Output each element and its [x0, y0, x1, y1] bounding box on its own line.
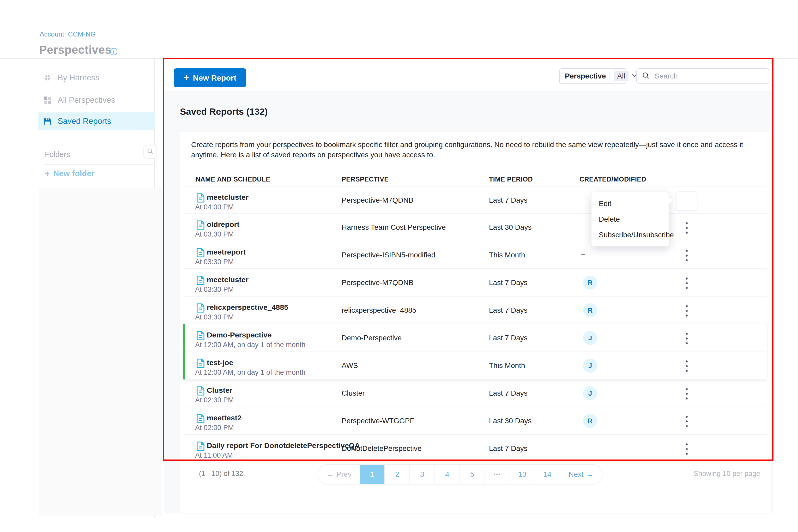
report-name[interactable]: meetcluster: [207, 276, 249, 284]
page-title: Perspectives: [39, 43, 112, 56]
created-empty-dash: –: [581, 250, 585, 258]
report-doc-icon: [196, 276, 205, 286]
row-menu-button[interactable]: [683, 416, 690, 427]
saved-reports-card: Create reports from your perspectives to…: [180, 132, 772, 513]
table-row[interactable]: Daily report For DonotdeletePerspectiveQ…: [183, 435, 767, 462]
report-doc-icon: [196, 331, 205, 342]
search-icon: [642, 72, 650, 81]
save-floppy-icon: [43, 117, 51, 125]
plus-icon: +: [45, 169, 50, 178]
filter-separator: |: [609, 72, 611, 80]
report-doc-icon: [196, 414, 205, 424]
new-folder-button[interactable]: + New folder: [45, 169, 95, 178]
harness-diamond-icon: [43, 74, 51, 82]
row-menu-button[interactable]: [683, 305, 690, 317]
sidebar-skeleton-block: [39, 188, 162, 516]
sidebar-item-by-harness[interactable]: By Harness: [38, 69, 155, 87]
table-row[interactable]: test-joeAt 12:00 AM, on day 1 of the mon…: [183, 352, 767, 379]
pagination-prev-button[interactable]: ← Prev: [318, 465, 360, 484]
row-menu-hover-box[interactable]: [676, 191, 697, 211]
creator-avatar: J: [583, 386, 597, 400]
pagination-page-13[interactable]: 13: [510, 465, 535, 484]
row-menu-button[interactable]: [683, 250, 690, 261]
table-row[interactable]: relicxperspective_4885At 03:30 PMrelicxp…: [183, 297, 767, 324]
report-perspective: Demo-Perspective: [342, 334, 402, 342]
perspective-filter-dropdown[interactable]: Perspective | All: [559, 68, 626, 84]
report-schedule: At 11:00 AM: [195, 451, 233, 459]
menu-item-delete[interactable]: Delete: [591, 211, 669, 227]
pagination-next-button[interactable]: Next →: [559, 465, 602, 484]
folders-divider: [45, 164, 154, 165]
sidebar-item-all-perspectives[interactable]: All Perspectives: [38, 91, 155, 109]
report-doc-icon: [196, 303, 205, 314]
report-time-period: Last 7 Days: [489, 196, 528, 205]
report-perspective: AWS: [342, 361, 358, 370]
report-time-period: This Month: [489, 361, 525, 370]
grid-icon: [43, 96, 51, 104]
menu-item-subscribe[interactable]: Subscribe/Unsubscribe: [591, 227, 669, 243]
report-schedule: At 02:00 PM: [195, 424, 234, 432]
pagination-page-14[interactable]: 14: [535, 465, 559, 484]
pagination-range: (1 - 10) of 132: [199, 470, 243, 478]
pagination-pages: 12345•••1314: [360, 465, 559, 484]
report-name[interactable]: meettest2: [207, 414, 242, 422]
report-time-period: Last 30 Days: [489, 417, 531, 425]
report-name[interactable]: oldreport: [207, 220, 240, 229]
creator-avatar: J: [583, 359, 597, 373]
column-header-name: NAME AND SCHEDULE: [195, 175, 270, 183]
filter-value-chip: All: [614, 71, 628, 81]
creator-avatar: R: [583, 414, 597, 428]
report-time-period: Last 7 Days: [489, 306, 528, 315]
report-time-period: Last 7 Days: [489, 279, 528, 287]
pagination-page-2[interactable]: 2: [384, 465, 410, 484]
table-row[interactable]: ClusterAt 02:30 PMClusterLast 7 DaysJ: [183, 379, 767, 407]
report-search[interactable]: [636, 68, 769, 84]
pagination-page-1[interactable]: 1: [360, 465, 384, 484]
report-time-period: Last 30 Days: [489, 223, 531, 232]
report-name[interactable]: Demo-Perspective: [207, 331, 272, 339]
report-name[interactable]: meetreport: [207, 248, 246, 256]
sidebar-item-label: By Harness: [58, 73, 99, 82]
report-name[interactable]: Daily report For DonotdeletePerspectiveQ…: [207, 441, 360, 450]
row-menu-button[interactable]: [683, 222, 690, 234]
row-context-menu: Edit Delete Subscribe/Unsubscribe: [591, 192, 669, 246]
sidebar-item-saved-reports[interactable]: Saved Reports: [38, 112, 155, 130]
column-header-created-modified: CREATED/MODIFIED: [580, 175, 646, 183]
sidebar-item-label: Saved Reports: [58, 117, 111, 126]
saved-reports-heading: Saved Reports (132): [180, 107, 268, 117]
report-name[interactable]: Cluster: [207, 386, 232, 395]
row-menu-button[interactable]: [683, 360, 690, 372]
pagination-page-4[interactable]: 4: [435, 465, 459, 484]
report-name[interactable]: meetcluster: [207, 193, 249, 202]
report-name[interactable]: relicxperspective_4885: [207, 303, 288, 312]
table-row[interactable]: meetreportAt 03:30 PMPerspective-ISIBN5-…: [183, 241, 767, 269]
row-menu-button[interactable]: [683, 278, 690, 289]
created-empty-dash: –: [581, 443, 585, 452]
search-input[interactable]: [654, 72, 754, 81]
report-perspective: relicxperspective_4885: [342, 306, 416, 315]
account-breadcrumb[interactable]: Account: CCM-NG: [40, 30, 96, 38]
table-row[interactable]: oldreportAt 03:30 PMHarness Team Cost Pe…: [183, 214, 767, 241]
pagination-page-3[interactable]: 3: [410, 465, 435, 484]
pagination-page-5[interactable]: 5: [459, 465, 484, 484]
new-report-label: New Report: [193, 74, 236, 82]
report-name[interactable]: test-joe: [207, 358, 233, 367]
pagination: ← Prev 12345•••1314 Next →: [318, 464, 603, 484]
report-time-period: Last 7 Days: [489, 389, 528, 397]
info-icon[interactable]: [110, 48, 118, 56]
table-row[interactable]: meetclusterAt 03:30 PMPerspective-M7QDNB…: [183, 269, 767, 297]
report-doc-icon: [196, 248, 205, 259]
row-menu-button[interactable]: [683, 388, 690, 400]
row-menu-button[interactable]: [683, 333, 690, 344]
report-schedule: At 03:30 PM: [195, 230, 234, 239]
column-header-perspective: PERSPECTIVE: [342, 175, 389, 183]
creator-avatar: R: [583, 303, 597, 317]
sidebar-item-label: All Perspectives: [58, 95, 115, 105]
next-label: Next: [569, 470, 584, 478]
menu-item-edit[interactable]: Edit: [591, 196, 669, 211]
row-menu-button[interactable]: [683, 443, 690, 455]
table-row[interactable]: meettest2At 02:00 PMPerspective-WTGGPFLa…: [183, 407, 767, 435]
new-report-button[interactable]: + New Report: [174, 68, 246, 87]
folders-search-button[interactable]: [144, 145, 157, 158]
table-row[interactable]: Demo-PerspectiveAt 12:00 AM, on day 1 of…: [183, 324, 767, 352]
